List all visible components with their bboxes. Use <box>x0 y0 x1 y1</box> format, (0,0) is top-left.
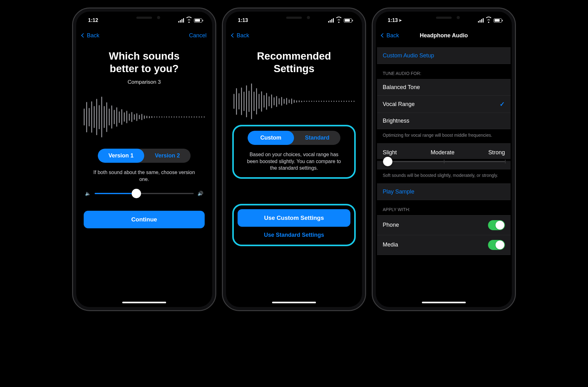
wifi-icon <box>336 18 342 23</box>
tune-option-label: Brightness <box>383 118 409 124</box>
tune-option-balanced[interactable]: Balanced Tone <box>377 79 511 96</box>
phone-frame-1: 1:12 Back Cancel Which sounds better to … <box>72 8 216 311</box>
extent-moderate: Moderate <box>431 149 454 156</box>
apply-phone-cell[interactable]: Phone <box>377 215 511 235</box>
waveform-graphic <box>232 81 356 122</box>
notch <box>114 13 174 22</box>
cancel-button[interactable]: Cancel <box>189 32 207 39</box>
volume-slider-fill <box>95 193 136 194</box>
chevron-left-icon <box>231 33 235 38</box>
volume-slider-row: 🔈 🔊 <box>82 191 206 196</box>
tune-option-label: Balanced Tone <box>383 84 420 91</box>
back-button[interactable]: Back <box>82 32 99 39</box>
phone-frame-2: 1:13 Back Recommended Settings <box>222 8 366 311</box>
chevron-left-icon <box>81 33 86 38</box>
waveform-graphic <box>82 93 206 140</box>
cancel-label: Cancel <box>189 32 207 39</box>
extent-footer: Soft sounds will be boosted slightly, mo… <box>377 169 511 181</box>
extent-slight: Slight <box>383 149 397 156</box>
status-time: 1:13 <box>238 18 248 23</box>
back-button[interactable]: Back <box>381 32 399 39</box>
boost-slider-thumb[interactable] <box>383 157 392 166</box>
highlight-actions-box: Use Custom Settings Use Standard Setting… <box>232 204 356 246</box>
apply-header: APPLY WITH: <box>377 200 511 215</box>
custom-standard-segmented-control[interactable]: Custom Standard <box>248 131 340 145</box>
back-button[interactable]: Back <box>232 32 249 39</box>
page-title: Recommended Settings <box>232 50 356 75</box>
continue-button[interactable]: Continue <box>84 211 205 228</box>
battery-icon <box>344 19 352 23</box>
status-time: 1:12 <box>88 18 98 23</box>
wifi-icon <box>486 18 492 23</box>
tune-option-brightness[interactable]: Brightness <box>377 113 511 129</box>
volume-slider[interactable] <box>95 193 194 194</box>
back-label: Back <box>386 32 399 39</box>
tune-option-label: Vocal Range <box>383 101 415 108</box>
comparison-label: Comparison 3 <box>82 79 206 85</box>
custom-audio-setup-cell[interactable]: Custom Audio Setup <box>377 47 511 64</box>
boost-extent-labels: Slight Moderate Strong <box>377 143 511 159</box>
nav-bar: Back Cancel <box>77 28 211 43</box>
apply-media-toggle[interactable] <box>488 240 505 250</box>
settings-scroll[interactable]: Custom Audio Setup TUNE AUDIO FOR: Balan… <box>377 43 511 306</box>
nav-bar: Back Headphone Audio <box>377 28 511 43</box>
tune-header: TUNE AUDIO FOR: <box>377 64 511 79</box>
phone-frame-3: 1:13 ➤ Back Headphone Audio Custom Audio… <box>372 8 516 311</box>
notch <box>264 13 324 22</box>
segment-version-1[interactable]: Version 1 <box>98 149 144 163</box>
use-custom-button[interactable]: Use Custom Settings <box>238 209 350 227</box>
back-label: Back <box>237 32 249 39</box>
home-indicator[interactable] <box>422 302 466 303</box>
use-standard-button[interactable]: Use Standard Settings <box>237 227 351 243</box>
apply-phone-label: Phone <box>383 222 399 228</box>
boost-extent-slider[interactable] <box>377 161 511 169</box>
wifi-icon <box>186 18 192 23</box>
hint-text: If both sound about the same, choose ver… <box>82 169 206 183</box>
home-indicator[interactable] <box>272 302 316 303</box>
location-icon: ➤ <box>399 18 402 23</box>
segment-version-2[interactable]: Version 2 <box>144 149 191 163</box>
segment-custom[interactable]: Custom <box>248 131 294 145</box>
volume-slider-thumb[interactable] <box>132 189 141 198</box>
hint-text: Based on your choices, vocal range has b… <box>238 151 350 172</box>
cellular-signal-icon <box>328 18 334 23</box>
volume-high-icon: 🔊 <box>197 191 203 196</box>
notch <box>414 13 474 22</box>
cellular-signal-icon <box>178 18 184 23</box>
battery-icon <box>494 19 502 23</box>
version-segmented-control[interactable]: Version 1 Version 2 <box>98 149 191 163</box>
page-title: Which sounds better to you? <box>82 50 206 75</box>
battery-icon <box>194 19 202 23</box>
apply-media-cell[interactable]: Media <box>377 235 511 255</box>
home-indicator[interactable] <box>122 302 166 303</box>
tune-footer: Optimizing for vocal range will boost mi… <box>377 129 511 141</box>
play-sample-label: Play Sample <box>383 188 414 195</box>
volume-low-icon: 🔈 <box>85 191 91 196</box>
back-label: Back <box>87 32 99 39</box>
play-sample-cell[interactable]: Play Sample <box>377 183 511 200</box>
tune-option-vocal[interactable]: Vocal Range ✓ <box>377 96 511 113</box>
checkmark-icon: ✓ <box>500 100 505 108</box>
status-time: 1:13 <box>388 18 398 23</box>
nav-bar: Back <box>227 28 361 43</box>
cellular-signal-icon <box>478 18 484 23</box>
apply-phone-toggle[interactable] <box>488 220 505 230</box>
extent-strong: Strong <box>488 149 505 156</box>
highlight-settings-box: Custom Standard Based on your choices, v… <box>232 125 356 179</box>
segment-standard[interactable]: Standard <box>294 131 340 145</box>
apply-media-label: Media <box>383 241 398 248</box>
custom-audio-setup-label: Custom Audio Setup <box>383 52 434 59</box>
chevron-left-icon <box>381 33 385 38</box>
